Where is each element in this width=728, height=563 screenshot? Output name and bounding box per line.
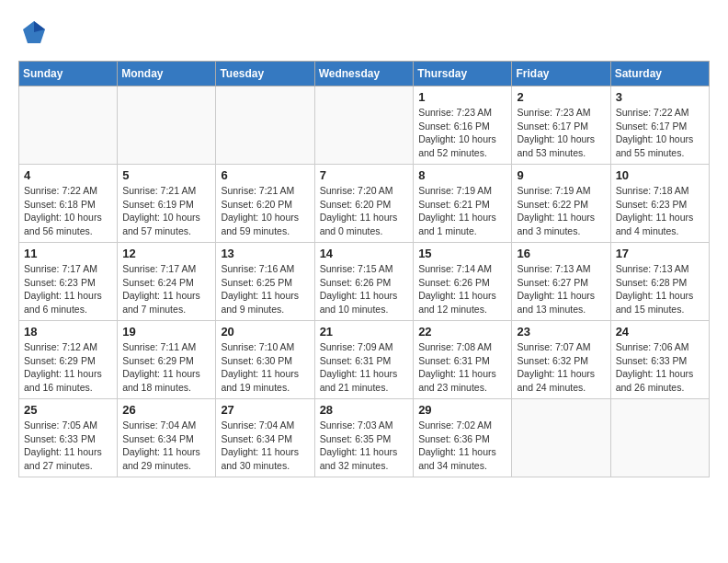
- day-info: Sunrise: 7:06 AM Sunset: 6:33 PM Dayligh…: [616, 340, 704, 395]
- calendar-cell: 20Sunrise: 7:10 AM Sunset: 6:30 PM Dayli…: [216, 321, 314, 399]
- day-number: 9: [517, 168, 605, 182]
- calendar-cell: [512, 399, 610, 477]
- day-info: Sunrise: 7:20 AM Sunset: 6:20 PM Dayligh…: [320, 184, 409, 238]
- day-number: 2: [517, 90, 605, 104]
- day-info: Sunrise: 7:17 AM Sunset: 6:24 PM Dayligh…: [122, 262, 210, 316]
- day-info: Sunrise: 7:09 AM Sunset: 6:31 PM Dayligh…: [320, 340, 409, 395]
- calendar-cell: 19Sunrise: 7:11 AM Sunset: 6:29 PM Dayli…: [118, 321, 216, 399]
- day-number: 29: [418, 403, 506, 417]
- calendar-cell: 29Sunrise: 7:02 AM Sunset: 6:36 PM Dayli…: [414, 399, 512, 477]
- day-number: 8: [418, 168, 506, 182]
- day-info: Sunrise: 7:16 AM Sunset: 6:25 PM Dayligh…: [221, 262, 309, 316]
- calendar-cell: 23Sunrise: 7:07 AM Sunset: 6:32 PM Dayli…: [512, 321, 610, 399]
- calendar-week-2: 11Sunrise: 7:17 AM Sunset: 6:23 PM Dayli…: [19, 243, 710, 321]
- day-info: Sunrise: 7:13 AM Sunset: 6:28 PM Dayligh…: [616, 262, 704, 316]
- day-info: Sunrise: 7:05 AM Sunset: 6:33 PM Dayligh…: [24, 419, 112, 473]
- day-info: Sunrise: 7:13 AM Sunset: 6:27 PM Dayligh…: [517, 262, 605, 316]
- day-header-monday: Monday: [118, 62, 216, 86]
- calendar-cell: 25Sunrise: 7:05 AM Sunset: 6:33 PM Dayli…: [19, 399, 118, 477]
- day-number: 23: [517, 325, 605, 339]
- calendar-cell: 24Sunrise: 7:06 AM Sunset: 6:33 PM Dayli…: [610, 321, 709, 399]
- day-info: Sunrise: 7:10 AM Sunset: 6:30 PM Dayligh…: [221, 340, 309, 395]
- day-header-thursday: Thursday: [414, 62, 512, 86]
- calendar-cell: 28Sunrise: 7:03 AM Sunset: 6:35 PM Dayli…: [314, 399, 414, 477]
- calendar-cell: 22Sunrise: 7:08 AM Sunset: 6:31 PM Dayli…: [414, 321, 512, 399]
- day-info: Sunrise: 7:04 AM Sunset: 6:34 PM Dayligh…: [221, 419, 309, 473]
- day-header-tuesday: Tuesday: [216, 62, 314, 86]
- calendar-cell: [19, 86, 118, 165]
- day-header-friday: Friday: [512, 62, 610, 86]
- calendar-week-0: 1Sunrise: 7:23 AM Sunset: 6:16 PM Daylig…: [19, 86, 710, 165]
- logo-icon: [20, 18, 48, 46]
- day-info: Sunrise: 7:14 AM Sunset: 6:26 PM Dayligh…: [418, 262, 506, 316]
- day-number: 11: [24, 247, 112, 260]
- day-number: 27: [221, 403, 309, 417]
- calendar-cell: [314, 86, 414, 165]
- day-info: Sunrise: 7:12 AM Sunset: 6:29 PM Dayligh…: [24, 340, 112, 395]
- day-number: 17: [616, 247, 704, 260]
- calendar-table: SundayMondayTuesdayWednesdayThursdayFrid…: [18, 61, 710, 477]
- day-info: Sunrise: 7:17 AM Sunset: 6:23 PM Dayligh…: [24, 262, 112, 316]
- calendar-cell: 27Sunrise: 7:04 AM Sunset: 6:34 PM Dayli…: [216, 399, 314, 477]
- day-number: 28: [320, 403, 409, 417]
- day-number: 6: [221, 168, 309, 182]
- day-info: Sunrise: 7:08 AM Sunset: 6:31 PM Dayligh…: [418, 340, 506, 395]
- calendar-cell: 15Sunrise: 7:14 AM Sunset: 6:26 PM Dayli…: [414, 243, 512, 321]
- day-info: Sunrise: 7:02 AM Sunset: 6:36 PM Dayligh…: [418, 419, 506, 473]
- day-number: 15: [418, 247, 506, 260]
- calendar-cell: 13Sunrise: 7:16 AM Sunset: 6:25 PM Dayli…: [216, 243, 314, 321]
- calendar-cell: 12Sunrise: 7:17 AM Sunset: 6:24 PM Dayli…: [118, 243, 216, 321]
- day-number: 3: [616, 90, 704, 104]
- day-header-wednesday: Wednesday: [314, 62, 414, 86]
- calendar-cell: 16Sunrise: 7:13 AM Sunset: 6:27 PM Dayli…: [512, 243, 610, 321]
- calendar-cell: 6Sunrise: 7:21 AM Sunset: 6:20 PM Daylig…: [216, 165, 314, 243]
- day-info: Sunrise: 7:22 AM Sunset: 6:18 PM Dayligh…: [24, 184, 112, 238]
- calendar-cell: 2Sunrise: 7:23 AM Sunset: 6:17 PM Daylig…: [512, 86, 610, 165]
- calendar-cell: 18Sunrise: 7:12 AM Sunset: 6:29 PM Dayli…: [19, 321, 118, 399]
- day-info: Sunrise: 7:22 AM Sunset: 6:17 PM Dayligh…: [616, 106, 704, 160]
- calendar-cell: [610, 399, 709, 477]
- calendar-cell: 11Sunrise: 7:17 AM Sunset: 6:23 PM Dayli…: [19, 243, 118, 321]
- day-info: Sunrise: 7:07 AM Sunset: 6:32 PM Dayligh…: [517, 340, 605, 395]
- calendar-cell: 1Sunrise: 7:23 AM Sunset: 6:16 PM Daylig…: [414, 86, 512, 165]
- calendar-cell: 14Sunrise: 7:15 AM Sunset: 6:26 PM Dayli…: [314, 243, 414, 321]
- calendar-cell: 10Sunrise: 7:18 AM Sunset: 6:23 PM Dayli…: [610, 165, 709, 243]
- day-info: Sunrise: 7:19 AM Sunset: 6:21 PM Dayligh…: [418, 184, 506, 238]
- day-info: Sunrise: 7:19 AM Sunset: 6:22 PM Dayligh…: [517, 184, 605, 238]
- day-number: 24: [616, 325, 704, 339]
- calendar-cell: 4Sunrise: 7:22 AM Sunset: 6:18 PM Daylig…: [19, 165, 118, 243]
- day-info: Sunrise: 7:18 AM Sunset: 6:23 PM Dayligh…: [616, 184, 704, 238]
- calendar-cell: [118, 86, 216, 165]
- day-number: 16: [517, 247, 605, 260]
- day-number: 10: [616, 168, 704, 182]
- calendar-week-3: 18Sunrise: 7:12 AM Sunset: 6:29 PM Dayli…: [19, 321, 710, 399]
- day-info: Sunrise: 7:21 AM Sunset: 6:19 PM Dayligh…: [122, 184, 210, 238]
- calendar-cell: 17Sunrise: 7:13 AM Sunset: 6:28 PM Dayli…: [610, 243, 709, 321]
- day-info: Sunrise: 7:23 AM Sunset: 6:16 PM Dayligh…: [418, 106, 506, 160]
- day-number: 18: [24, 325, 112, 339]
- calendar-cell: 8Sunrise: 7:19 AM Sunset: 6:21 PM Daylig…: [414, 165, 512, 243]
- day-info: Sunrise: 7:21 AM Sunset: 6:20 PM Dayligh…: [221, 184, 309, 238]
- page-header: [18, 18, 710, 52]
- day-number: 26: [122, 403, 210, 417]
- day-header-saturday: Saturday: [610, 62, 709, 86]
- calendar-cell: 9Sunrise: 7:19 AM Sunset: 6:22 PM Daylig…: [512, 165, 610, 243]
- calendar-cell: 26Sunrise: 7:04 AM Sunset: 6:34 PM Dayli…: [118, 399, 216, 477]
- calendar-week-4: 25Sunrise: 7:05 AM Sunset: 6:33 PM Dayli…: [19, 399, 710, 477]
- calendar-cell: 5Sunrise: 7:21 AM Sunset: 6:19 PM Daylig…: [118, 165, 216, 243]
- day-number: 13: [221, 247, 309, 260]
- day-number: 22: [418, 325, 506, 339]
- day-number: 25: [24, 403, 112, 417]
- calendar-cell: [216, 86, 314, 165]
- calendar-header-row: SundayMondayTuesdayWednesdayThursdayFrid…: [19, 62, 710, 86]
- day-number: 4: [24, 168, 112, 182]
- day-number: 19: [122, 325, 210, 339]
- day-number: 20: [221, 325, 309, 339]
- day-info: Sunrise: 7:15 AM Sunset: 6:26 PM Dayligh…: [320, 262, 409, 316]
- day-number: 7: [320, 168, 409, 182]
- calendar-week-1: 4Sunrise: 7:22 AM Sunset: 6:18 PM Daylig…: [19, 165, 710, 243]
- day-info: Sunrise: 7:03 AM Sunset: 6:35 PM Dayligh…: [320, 419, 409, 473]
- calendar-cell: 21Sunrise: 7:09 AM Sunset: 6:31 PM Dayli…: [314, 321, 414, 399]
- day-number: 14: [320, 247, 409, 260]
- day-number: 5: [122, 168, 210, 182]
